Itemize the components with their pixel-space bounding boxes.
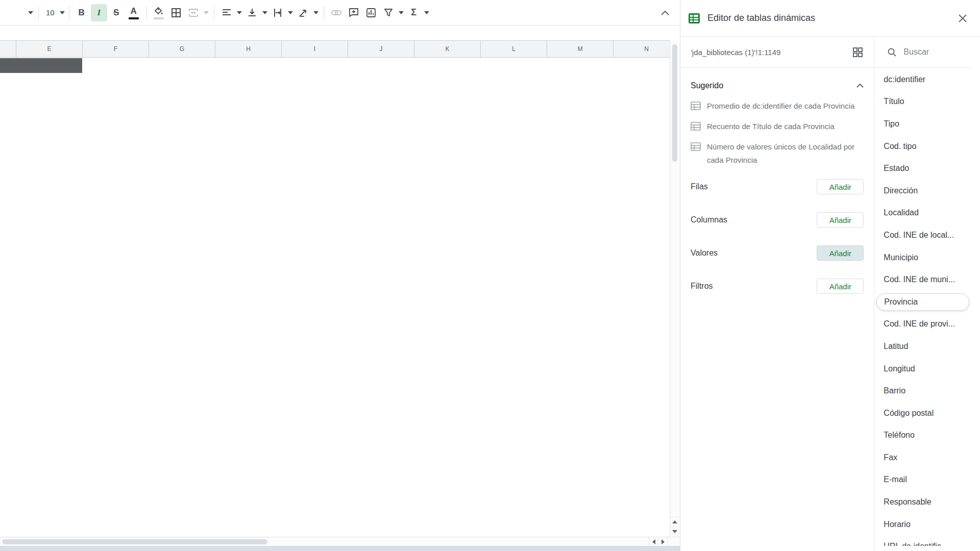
borders-button[interactable] bbox=[168, 4, 184, 21]
field-item[interactable]: E-mail bbox=[874, 469, 973, 491]
scrollbar-corner bbox=[667, 537, 679, 546]
field-item[interactable]: Responsable bbox=[874, 491, 973, 513]
functions-caret-icon[interactable] bbox=[423, 4, 431, 21]
field-item[interactable]: Latitud bbox=[874, 335, 973, 358]
column-header-E[interactable]: E bbox=[16, 41, 83, 57]
data-range-value[interactable]: 'jda_bibliotecas (1)'!1:1149 bbox=[691, 48, 853, 57]
font-size-value[interactable]: 10 bbox=[43, 8, 60, 17]
vertical-scrollbar[interactable] bbox=[670, 40, 679, 537]
column-header-F[interactable]: F bbox=[83, 41, 149, 57]
merge-cells-button bbox=[185, 4, 202, 21]
vertical-scrollbar-thumb[interactable] bbox=[672, 44, 677, 162]
field-item[interactable]: Barrio bbox=[874, 380, 973, 402]
suggestion-item[interactable]: Promedio de dc:identifier de cada Provin… bbox=[691, 99, 864, 113]
horizontal-align-button[interactable] bbox=[218, 4, 235, 21]
search-row[interactable]: Buscar bbox=[874, 37, 972, 68]
selected-cell[interactable] bbox=[0, 58, 82, 73]
functions-button[interactable]: Σ bbox=[406, 4, 422, 21]
merge-cells-icon bbox=[189, 9, 198, 17]
pivot-sections: Filas Añadir Columnas Añadir Valores Aña… bbox=[691, 179, 864, 294]
insert-chart-button[interactable] bbox=[363, 4, 379, 21]
field-item[interactable]: Teléfono bbox=[874, 424, 973, 447]
column-header-I[interactable]: I bbox=[282, 41, 348, 57]
scroll-down-icon bbox=[672, 530, 677, 533]
merge-cells-caret-icon bbox=[202, 4, 210, 21]
field-item[interactable]: Longitud bbox=[874, 358, 973, 380]
column-header-L[interactable]: L bbox=[481, 41, 547, 57]
collapse-suggested-chevron-icon[interactable] bbox=[856, 84, 864, 88]
paint-bucket-icon bbox=[154, 7, 163, 15]
more-options-caret-icon[interactable] bbox=[27, 4, 35, 21]
suggested-section-header[interactable]: Sugerido bbox=[691, 81, 864, 90]
vertical-align-caret-icon[interactable] bbox=[261, 4, 269, 21]
column-headers[interactable]: EFGHIJKLMN bbox=[0, 40, 670, 58]
horizontal-align-caret-icon[interactable] bbox=[235, 4, 243, 21]
suggestion-item[interactable]: Número de valores únicos de Localidad po… bbox=[691, 140, 864, 167]
link-icon bbox=[331, 10, 341, 15]
text-wrap-button[interactable] bbox=[270, 4, 286, 21]
horizontal-scrollbar-thumb[interactable] bbox=[2, 539, 267, 544]
field-item[interactable]: Dirección bbox=[874, 180, 973, 202]
vertical-align-button[interactable] bbox=[244, 4, 260, 21]
column-header-N[interactable]: N bbox=[614, 41, 670, 57]
column-header-K[interactable]: K bbox=[414, 41, 481, 57]
panel-title: Editor de tablas dinámicas bbox=[707, 13, 959, 23]
google-sheets-window: 10 B I S A bbox=[0, 0, 980, 551]
text-rotation-button[interactable] bbox=[295, 4, 311, 21]
scroll-up-button[interactable] bbox=[670, 517, 679, 526]
close-icon[interactable] bbox=[959, 14, 967, 22]
search-input[interactable]: Buscar bbox=[903, 47, 929, 57]
add-rows-button[interactable]: Añadir bbox=[817, 179, 864, 194]
add-columns-button[interactable]: Añadir bbox=[817, 212, 864, 228]
field-item[interactable]: URL de identific... bbox=[874, 535, 973, 546]
field-item-dragging[interactable]: Provincia bbox=[876, 293, 969, 311]
chart-icon bbox=[366, 8, 376, 17]
rows-label: Filas bbox=[691, 182, 817, 191]
bold-button[interactable]: B bbox=[74, 4, 90, 21]
comment-icon bbox=[349, 8, 358, 17]
search-icon bbox=[888, 48, 896, 57]
font-size-control[interactable]: 10 bbox=[43, 4, 65, 21]
scroll-down-button[interactable] bbox=[670, 527, 679, 536]
add-filters-button[interactable]: Añadir bbox=[817, 279, 864, 294]
filter-caret-icon[interactable] bbox=[397, 4, 405, 21]
insert-comment-button[interactable] bbox=[346, 4, 362, 21]
scroll-right-button[interactable] bbox=[658, 537, 667, 546]
text-rotation-caret-icon[interactable] bbox=[312, 4, 320, 21]
columns-section: Columnas Añadir bbox=[691, 212, 864, 228]
column-header-M[interactable]: M bbox=[547, 41, 614, 57]
select-range-grid-icon[interactable] bbox=[853, 47, 863, 57]
field-item[interactable]: Estado bbox=[874, 157, 973, 180]
field-item[interactable]: Cod. INE de local... bbox=[874, 224, 973, 246]
field-item[interactable]: Código postal bbox=[874, 402, 973, 424]
collapse-toolbar-button[interactable] bbox=[655, 4, 675, 21]
scroll-left-button[interactable] bbox=[649, 537, 658, 546]
suggestion-item[interactable]: Recuento de Título de cada Provincia bbox=[691, 120, 864, 133]
suggestions-list: Promedio de dc:identifier de cada Provin… bbox=[691, 99, 864, 167]
column-header-G[interactable]: G bbox=[149, 41, 215, 57]
field-item[interactable]: Título bbox=[874, 91, 973, 113]
italic-button[interactable]: I bbox=[91, 4, 107, 21]
column-header-J[interactable]: J bbox=[348, 41, 414, 57]
text-wrap-caret-icon[interactable] bbox=[286, 4, 295, 21]
field-item[interactable]: Fax bbox=[874, 446, 973, 469]
field-item[interactable]: Cod. INE de provi... bbox=[874, 313, 973, 336]
field-item[interactable]: Municipio bbox=[874, 246, 973, 269]
table-icon bbox=[691, 142, 701, 151]
fill-color-button[interactable] bbox=[151, 4, 167, 21]
formatting-toolbar: 10 B I S A bbox=[0, 0, 680, 26]
field-item[interactable]: Cod. tipo bbox=[874, 135, 973, 158]
horizontal-scrollbar[interactable] bbox=[0, 537, 679, 546]
fields-column: Buscar dc:identifierTítuloTipoCod. tipoE… bbox=[874, 37, 980, 551]
toolbar-divider bbox=[214, 6, 214, 19]
field-item[interactable]: Localidad bbox=[874, 202, 973, 224]
strikethrough-button[interactable]: S bbox=[108, 4, 125, 21]
field-item[interactable]: dc:identifier bbox=[874, 68, 973, 91]
add-values-button[interactable]: Añadir bbox=[817, 245, 864, 261]
column-header-H[interactable]: H bbox=[215, 41, 282, 57]
field-item[interactable]: Cod. INE de muni... bbox=[874, 268, 973, 291]
create-filter-button[interactable] bbox=[380, 4, 397, 21]
text-color-button[interactable]: A bbox=[126, 4, 142, 21]
field-item[interactable]: Horario bbox=[874, 513, 973, 536]
field-item[interactable]: Tipo bbox=[874, 113, 973, 135]
